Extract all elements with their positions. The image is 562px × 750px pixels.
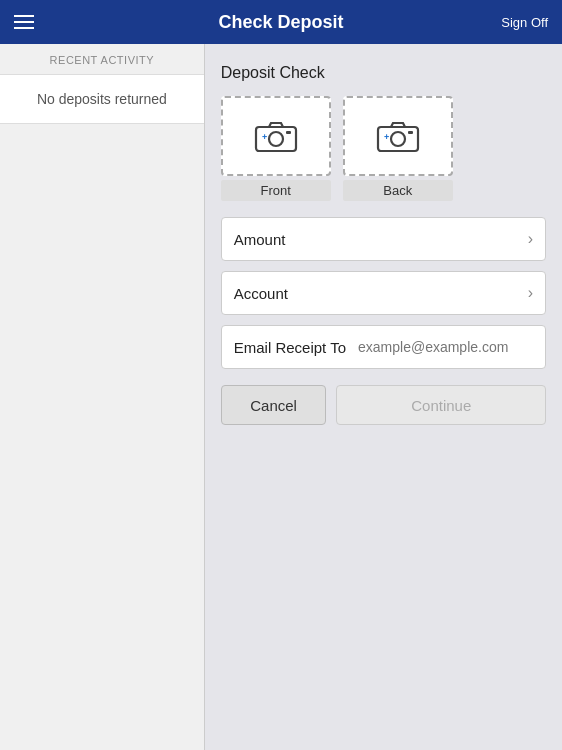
menu-button[interactable] (14, 15, 34, 29)
no-deposits-message: No deposits returned (0, 74, 204, 124)
camera-row: + Front + Back (221, 96, 546, 201)
camera-icon-back: + (376, 119, 420, 153)
sign-out-button[interactable]: Sign Off (501, 15, 548, 30)
amount-label: Amount (234, 231, 286, 248)
svg-text:+: + (262, 132, 267, 142)
main-layout: RECENT ACTIVITY No deposits returned Dep… (0, 44, 562, 750)
continue-button[interactable]: Continue (336, 385, 546, 425)
action-buttons: Cancel Continue (221, 385, 546, 425)
account-field[interactable]: Account › (221, 271, 546, 315)
front-photo-wrap: + Front (221, 96, 331, 201)
back-label: Back (343, 180, 453, 201)
email-receipt-label: Email Receipt To (234, 339, 346, 356)
camera-icon-front: + (254, 119, 298, 153)
amount-field[interactable]: Amount › (221, 217, 546, 261)
svg-rect-2 (286, 131, 291, 134)
email-receipt-row: Email Receipt To (221, 325, 546, 369)
back-camera-button[interactable]: + (343, 96, 453, 176)
cancel-button[interactable]: Cancel (221, 385, 327, 425)
page-title: Check Deposit (218, 12, 343, 33)
svg-text:+: + (384, 132, 389, 142)
right-panel: Deposit Check + Front (205, 44, 562, 750)
svg-point-5 (391, 132, 405, 146)
deposit-check-title: Deposit Check (221, 64, 546, 82)
email-input[interactable] (358, 339, 533, 355)
recent-activity-label: RECENT ACTIVITY (0, 44, 204, 74)
amount-chevron-icon: › (528, 230, 533, 248)
front-label: Front (221, 180, 331, 201)
front-camera-button[interactable]: + (221, 96, 331, 176)
account-label: Account (234, 285, 288, 302)
back-photo-wrap: + Back (343, 96, 453, 201)
account-chevron-icon: › (528, 284, 533, 302)
svg-point-1 (269, 132, 283, 146)
left-panel: RECENT ACTIVITY No deposits returned (0, 44, 205, 750)
svg-rect-6 (408, 131, 413, 134)
header: Check Deposit Sign Off (0, 0, 562, 44)
